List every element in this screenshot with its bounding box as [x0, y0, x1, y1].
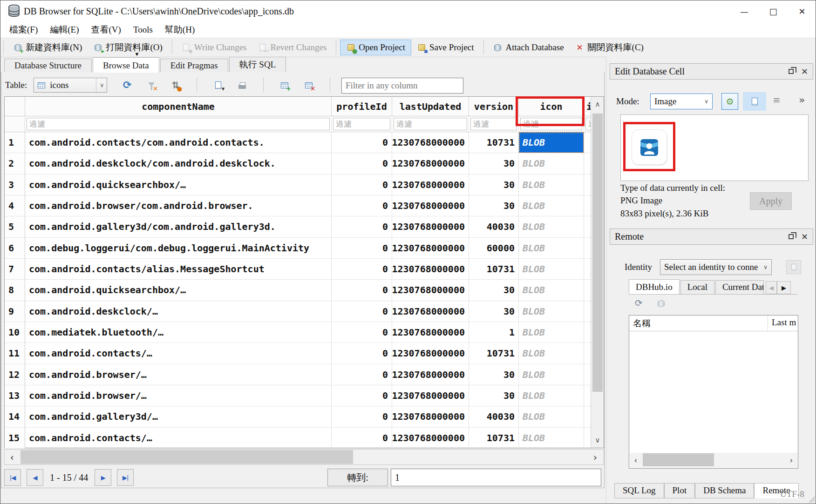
- more-tools-chevron-icon[interactable]: »: [799, 95, 805, 105]
- print-button[interactable]: [235, 78, 249, 92]
- column-header-profileId[interactable]: profileId: [332, 97, 392, 116]
- dock-tab-sql-log[interactable]: SQL Log: [614, 483, 664, 498]
- cell-lastUpdated[interactable]: 1230768000000: [392, 132, 469, 153]
- cell-componentName[interactable]: com.mediatek.bluetooth/…: [25, 322, 332, 343]
- float-panel-icon[interactable]: [789, 69, 794, 74]
- filter-cell-componentName[interactable]: 過濾: [25, 116, 332, 132]
- cell-lastUpdated[interactable]: 1230768000000: [392, 175, 469, 195]
- cell-componentName[interactable]: com.android.gallery3d/…: [25, 406, 332, 427]
- cell-profileId[interactable]: 0: [332, 195, 392, 216]
- scroll-down-icon[interactable]: ∨: [591, 433, 604, 448]
- import-data-button[interactable]: ⚙: [721, 93, 738, 110]
- menu-item-v[interactable]: 查看(V): [85, 23, 127, 37]
- cell-profileId[interactable]: 0: [332, 259, 392, 280]
- cell-componentName[interactable]: com.android.quicksearchbox/…: [25, 280, 332, 301]
- new-database-button[interactable]: +新建資料庫(N): [7, 40, 88, 55]
- cell-icon[interactable]: BLOB: [519, 343, 584, 364]
- cell-profileId[interactable]: 0: [332, 175, 392, 195]
- next-page-button[interactable]: ▶: [95, 469, 111, 486]
- cell-componentName[interactable]: com.android.contacts/…: [25, 343, 332, 364]
- vertical-scrollbar-thumb[interactable]: [592, 114, 603, 392]
- cell-profileId[interactable]: 0: [332, 406, 392, 427]
- goto-record-input[interactable]: [391, 469, 601, 486]
- cell-icon[interactable]: BLOB: [519, 195, 584, 216]
- first-page-button[interactable]: |◀: [4, 469, 21, 486]
- goto-button[interactable]: 轉到:: [327, 469, 388, 486]
- filter-any-column-input[interactable]: [341, 78, 463, 94]
- identity-selector[interactable]: Select an identity to conne ∨: [660, 259, 772, 275]
- menu-item-h[interactable]: 幫助(H): [159, 23, 201, 37]
- cell-lastUpdated[interactable]: 1230768000000: [392, 280, 469, 301]
- scroll-left-icon[interactable]: ‹: [630, 456, 642, 465]
- cell-version[interactable]: 10731: [469, 259, 519, 280]
- cell-icon[interactable]: BLOB: [519, 175, 584, 195]
- cell-lastUpdated[interactable]: 1230768000000: [392, 428, 469, 449]
- attach-database-button[interactable]: Attach Database: [488, 40, 570, 55]
- open-database-button[interactable]: ▸打開資料庫(O)▼: [88, 40, 168, 55]
- cell-lastUpdated[interactable]: 1230768000000: [392, 406, 469, 427]
- cell-icon[interactable]: BLOB: [519, 216, 584, 237]
- filter-cell-icon[interactable]: 過濾: [519, 116, 584, 132]
- filter-input-version[interactable]: 過濾: [470, 118, 517, 130]
- cell-lastUpdated[interactable]: 1230768000000: [392, 343, 469, 364]
- cell-lastUpdated[interactable]: 1230768000000: [392, 322, 469, 343]
- word-wrap-icon[interactable]: ≡: [773, 95, 781, 105]
- maximize-button[interactable]: □: [759, 0, 788, 22]
- filter-input-lastUpdated[interactable]: 過濾: [394, 118, 467, 130]
- cell-profileId[interactable]: 0: [332, 280, 392, 301]
- cell-icon[interactable]: BLOB: [519, 406, 584, 427]
- cell-lastUpdated[interactable]: 1230768000000: [392, 153, 469, 174]
- prev-page-button[interactable]: ◀: [27, 469, 43, 486]
- remote-refresh-icon[interactable]: ⟳: [635, 298, 643, 308]
- cell-lastUpdated[interactable]: 1230768000000: [392, 385, 469, 406]
- remote-list-col-name[interactable]: 名稱: [629, 316, 768, 331]
- cell-profileId[interactable]: 0: [332, 385, 392, 406]
- cell-icon[interactable]: BLOB: [519, 428, 584, 449]
- filter-input-profileId[interactable]: 過濾: [333, 118, 390, 130]
- cell-version[interactable]: 60000: [469, 238, 519, 259]
- horizontal-scrollbar-thumb[interactable]: [20, 450, 353, 464]
- dropdown-caret-icon[interactable]: ▼: [134, 51, 139, 57]
- text-view-toggle-button[interactable]: [743, 92, 766, 111]
- remote-tab-local[interactable]: Local: [680, 280, 714, 294]
- remote-list-col-lastmodified[interactable]: Last m: [768, 316, 798, 331]
- cell-profileId[interactable]: 0: [332, 301, 392, 322]
- cell-icon[interactable]: BLOB: [519, 132, 584, 153]
- vertical-scrollbar[interactable]: ∧ ∨: [591, 97, 604, 448]
- cell-profileId[interactable]: 0: [332, 216, 392, 237]
- insert-record-button[interactable]: +: [278, 78, 292, 92]
- cell-version[interactable]: 30: [469, 153, 519, 174]
- menu-item-f[interactable]: 檔案(F): [3, 23, 44, 37]
- cell-componentName[interactable]: com.android.browser/…: [25, 385, 332, 406]
- minimize-button[interactable]: —: [730, 0, 759, 22]
- scroll-right-icon[interactable]: ›: [785, 456, 797, 465]
- dock-tab-plot[interactable]: Plot: [664, 483, 695, 498]
- cell-lastUpdated[interactable]: 1230768000000: [392, 364, 469, 385]
- cell-componentName[interactable]: com.android.browser/com.android.browser.: [25, 195, 332, 216]
- cell-componentName[interactable]: com.debug.loggerui/com.debug.loggerui.Ma…: [25, 238, 332, 259]
- push-database-button[interactable]: [786, 260, 801, 274]
- filter-input-icon[interactable]: 過濾: [520, 118, 582, 130]
- menu-item-tools[interactable]: Tools: [127, 23, 159, 37]
- refresh-button[interactable]: ⟳: [120, 78, 134, 92]
- cell-lastUpdated[interactable]: 1230768000000: [392, 195, 469, 216]
- save-table-view-button[interactable]: ▾: [211, 78, 225, 92]
- table-selector[interactable]: icons ∨: [34, 78, 107, 93]
- close-panel-icon[interactable]: ✕: [801, 233, 808, 241]
- filter-cell-profileId[interactable]: 過濾: [332, 116, 392, 132]
- cell-version[interactable]: 30: [469, 364, 519, 385]
- column-header-lastUpdated[interactable]: lastUpdated: [392, 97, 469, 116]
- filter-cell-lastUpdated[interactable]: 過濾: [392, 116, 469, 132]
- sort-records-button[interactable]: ⇅●: [169, 78, 183, 92]
- cell-profileId[interactable]: 0: [332, 132, 392, 153]
- remote-hscrollbar-thumb[interactable]: [643, 453, 714, 466]
- cell-componentName[interactable]: com.android.gallery3d/com.android.galler…: [25, 216, 332, 237]
- filter-cell-version[interactable]: 過濾: [469, 116, 519, 132]
- apply-button[interactable]: Apply: [750, 192, 792, 210]
- cell-componentName[interactable]: com.android.contacts/com.android.contact…: [25, 132, 332, 153]
- column-header-icon[interactable]: icon: [519, 97, 584, 116]
- dock-tab-db-schema[interactable]: DB Schema: [695, 483, 754, 498]
- cell-icon[interactable]: BLOB: [519, 280, 584, 301]
- cell-icon[interactable]: BLOB: [519, 238, 584, 259]
- delete-record-button[interactable]: ✕: [302, 78, 316, 92]
